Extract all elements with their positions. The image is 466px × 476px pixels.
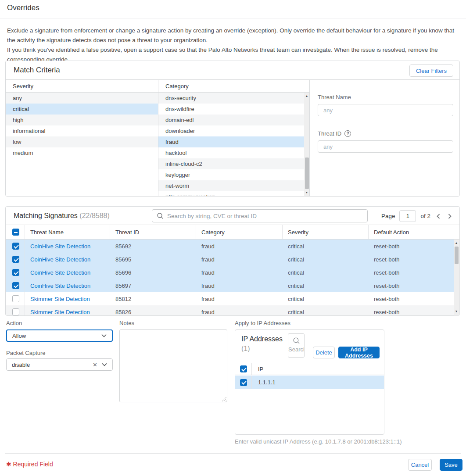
severity-option-high[interactable]: high — [6, 115, 158, 125]
table-row[interactable]: 1.1.1.1 — [235, 376, 384, 389]
category-list-header: Category — [158, 80, 309, 93]
table-row[interactable]: CoinHive Site Detection 85696 fraud crit… — [6, 266, 454, 279]
chevron-down-icon — [101, 334, 107, 337]
category-option-inline-cloud-c2[interactable]: inline-cloud-c2 — [158, 158, 309, 169]
action-select[interactable]: Allow — [6, 329, 113, 342]
ip-hint-text: Enter valid unicast IP Address (e.g. 10.… — [235, 438, 402, 445]
next-page-icon[interactable] — [446, 212, 453, 221]
table-row[interactable]: CoinHive Site Detection 85695 fraud crit… — [6, 253, 454, 266]
footer-divider — [5, 453, 461, 454]
signatures-scrollbar[interactable]: ▲ ▼ — [454, 240, 459, 315]
default-action-cell: reset-both — [369, 279, 454, 292]
add-ip-addresses-button[interactable]: Add IP Addresses — [338, 347, 380, 358]
delete-button[interactable]: Delete — [313, 347, 335, 358]
clear-icon[interactable]: ✕ — [93, 361, 97, 368]
ip-search-box[interactable]: Search — [288, 333, 305, 358]
threat-name-link[interactable]: CoinHive Site Detection — [25, 279, 110, 292]
row-checkbox[interactable] — [12, 243, 19, 250]
threat-name-link[interactable]: CoinHive Site Detection — [25, 253, 110, 266]
default-action-cell: reset-both — [369, 240, 454, 253]
threat-name-link[interactable]: Skimmer Site Detection — [25, 305, 110, 316]
page-number-input[interactable] — [399, 210, 416, 222]
table-row[interactable]: Skimmer Site Detection 85826 fraud criti… — [6, 305, 454, 316]
threat-name-link[interactable]: Skimmer Site Detection — [25, 292, 110, 305]
ip-addresses-panel: IP Addresses (1) Search Delete Add IP Ad… — [235, 329, 384, 435]
scrollbar-thumb[interactable] — [305, 157, 309, 189]
row-checkbox[interactable] — [12, 308, 19, 315]
signatures-search-box[interactable] — [152, 209, 368, 222]
previous-page-icon[interactable] — [435, 212, 442, 221]
threat-filters: Threat Name Threat ID ? — [310, 80, 459, 196]
column-header-category[interactable]: Category — [196, 225, 283, 239]
category-scrollbar[interactable]: ▲ ▼ — [304, 93, 309, 196]
row-checkbox[interactable] — [12, 256, 19, 263]
select-all-checkbox[interactable] — [12, 229, 19, 236]
question-circle-icon[interactable]: ? — [344, 130, 351, 137]
scrollbar-thumb[interactable] — [455, 247, 459, 264]
ip-row-checkbox[interactable] — [240, 379, 247, 386]
severity-option-low[interactable]: low — [6, 136, 158, 147]
severity-option-critical[interactable]: critical — [6, 104, 158, 115]
threat-id-cell: 85826 — [110, 305, 196, 316]
page-label: Page — [381, 213, 395, 219]
threat-name-link[interactable]: CoinHive Site Detection — [25, 266, 110, 279]
category-option-hacktool[interactable]: hacktool — [158, 147, 309, 158]
category-option-p2p-communication[interactable]: p2p-communication — [158, 191, 309, 196]
cancel-button[interactable]: Cancel — [408, 459, 432, 471]
column-header-severity[interactable]: Severity — [283, 225, 369, 239]
category-cell: fraud — [196, 279, 283, 292]
category-cell: fraud — [196, 253, 283, 266]
packet-capture-select[interactable]: disable ✕ — [6, 358, 113, 371]
threat-name-label: Threat Name — [318, 94, 453, 100]
matching-signatures-title-text: Matching Signatures — [14, 212, 78, 219]
scroll-down-icon[interactable]: ▼ — [304, 190, 309, 195]
severity-option-medium[interactable]: medium — [6, 147, 158, 158]
category-option-fraud[interactable]: fraud — [158, 136, 309, 147]
severity-cell: critical — [283, 292, 369, 305]
category-option-keylogger[interactable]: keylogger — [158, 169, 309, 180]
default-action-cell: reset-both — [369, 253, 454, 266]
search-icon — [293, 337, 300, 344]
clear-filters-button[interactable]: Clear Filters — [409, 64, 453, 77]
default-action-cell: reset-both — [369, 266, 454, 279]
column-header-threat-id[interactable]: Threat ID — [110, 225, 196, 239]
ip-value-cell: 1.1.1.1 — [252, 379, 276, 386]
category-option-dns-security[interactable]: dns-security — [158, 93, 309, 104]
table-row[interactable]: Skimmer Site Detection 85812 fraud criti… — [6, 292, 454, 305]
scroll-up-icon[interactable]: ▲ — [454, 241, 459, 245]
save-button[interactable]: Save — [440, 459, 462, 471]
intro-paragraph-1: Exclude a signature from enforcement or … — [7, 26, 459, 45]
threat-id-cell: 85696 — [110, 266, 196, 279]
table-row[interactable]: CoinHive Site Detection 85692 fraud crit… — [6, 240, 454, 253]
title-divider — [0, 18, 466, 18]
category-cell: fraud — [196, 266, 283, 279]
notes-label: Notes — [119, 320, 134, 326]
signatures-table-header: Threat Name Threat ID Category Severity … — [6, 225, 459, 240]
category-option-domain-edl[interactable]: domain-edl — [158, 115, 309, 125]
signatures-search-input[interactable] — [167, 213, 363, 219]
scroll-up-icon[interactable]: ▲ — [304, 94, 309, 98]
threat-id-input[interactable] — [318, 140, 453, 153]
ip-addresses-title: IP Addresses (1) — [241, 334, 285, 354]
default-action-cell: reset-both — [369, 292, 454, 305]
threat-name-link[interactable]: CoinHive Site Detection — [25, 240, 110, 253]
row-checkbox[interactable] — [12, 295, 19, 302]
column-header-default-action[interactable]: Default Action — [369, 225, 459, 239]
notes-textarea[interactable] — [119, 329, 227, 402]
ip-table-header: IP — [235, 363, 384, 375]
column-header-threat-name[interactable]: Threat Name — [25, 225, 110, 239]
severity-option-any[interactable]: any — [6, 93, 158, 104]
severity-cell: critical — [283, 266, 369, 279]
packet-capture-select-value: disable — [12, 361, 30, 368]
ip-select-all-checkbox[interactable] — [240, 365, 247, 372]
severity-option-informational[interactable]: informational — [6, 125, 158, 136]
table-row[interactable]: CoinHive Site Detection 85697 fraud crit… — [6, 279, 454, 292]
threat-id-cell: 85812 — [110, 292, 196, 305]
row-checkbox[interactable] — [12, 269, 19, 276]
category-option-downloader[interactable]: downloader — [158, 125, 309, 136]
category-option-dns-wildfire[interactable]: dns-wildfire — [158, 104, 309, 115]
threat-name-input[interactable] — [318, 104, 453, 116]
row-checkbox[interactable] — [12, 282, 19, 289]
scroll-down-icon[interactable]: ▼ — [454, 309, 459, 314]
category-option-net-worm[interactable]: net-worm — [158, 180, 309, 191]
